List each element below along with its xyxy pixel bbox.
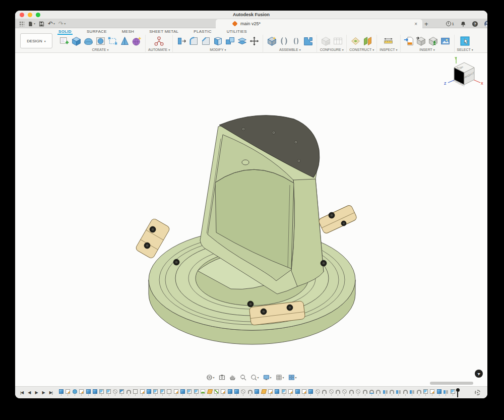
timeline-feature-fillet[interactable] bbox=[106, 389, 111, 396]
combine-icon[interactable] bbox=[224, 35, 236, 47]
timeline-feature-joint[interactable] bbox=[390, 389, 394, 396]
fillet-icon[interactable] bbox=[187, 35, 200, 47]
insert-mcmaster-icon[interactable] bbox=[427, 35, 439, 47]
timeline-feature-fillet[interactable] bbox=[160, 389, 165, 396]
playback-play[interactable]: ▶ bbox=[35, 390, 37, 395]
timeline-feature-sketch[interactable] bbox=[66, 389, 70, 396]
ribbon-tab-solid[interactable]: SOLID bbox=[57, 28, 73, 35]
fit-icon[interactable]: ▾ bbox=[250, 374, 259, 381]
user-avatar[interactable] bbox=[484, 21, 487, 27]
timeline-feature-suppressed-feature[interactable] bbox=[356, 389, 360, 396]
timeline-feature-suppressed-feature[interactable] bbox=[113, 389, 117, 396]
timeline-feature-extrude[interactable] bbox=[437, 389, 442, 396]
insert-mesh-icon[interactable] bbox=[415, 35, 427, 47]
redo-icon[interactable]: ↷▾ bbox=[58, 20, 66, 28]
ribbon-tab-sheet-metal[interactable]: SHEET METAL bbox=[148, 28, 179, 35]
insert-svg-icon[interactable] bbox=[403, 35, 415, 47]
loft-icon[interactable] bbox=[118, 35, 131, 47]
timeline-feature-body[interactable] bbox=[133, 389, 138, 396]
job-status[interactable]: 1 bbox=[446, 21, 454, 26]
timeline-feature-joint[interactable] bbox=[127, 389, 131, 396]
group-label-select[interactable]: SELECT▾ bbox=[457, 48, 473, 51]
display-settings-icon[interactable]: ▾ bbox=[263, 374, 271, 381]
timeline-feature-fillet[interactable] bbox=[423, 389, 428, 396]
grid-snaps-icon[interactable]: ▾ bbox=[276, 374, 284, 381]
group-label-assemble[interactable]: ASSEMBLE▾ bbox=[279, 48, 301, 51]
as-built-joint-icon[interactable] bbox=[290, 35, 302, 47]
timeline-feature-joint[interactable] bbox=[417, 389, 421, 396]
timeline-feature-extrude[interactable] bbox=[308, 389, 313, 396]
chamfer-icon[interactable] bbox=[200, 35, 212, 47]
undo-icon[interactable]: ↶▾ bbox=[48, 20, 55, 28]
timeline-feature-joint[interactable] bbox=[248, 389, 253, 396]
timeline-feature-fillet[interactable] bbox=[187, 389, 192, 396]
timeline-feature-extrude[interactable] bbox=[59, 389, 64, 396]
ribbon-tab-plastic[interactable]: PLASTIC bbox=[193, 28, 212, 35]
group-label-create[interactable]: CREATE▾ bbox=[92, 48, 109, 51]
app-grid-icon[interactable] bbox=[19, 21, 24, 26]
press-pull-icon[interactable] bbox=[175, 35, 187, 47]
notifications-bell-icon[interactable] bbox=[461, 21, 466, 27]
timeline-feature-snapshot[interactable] bbox=[410, 389, 414, 396]
rigid-group-icon[interactable] bbox=[302, 35, 314, 47]
timeline-feature-sketch[interactable] bbox=[268, 389, 273, 396]
cad-model[interactable] bbox=[15, 53, 472, 386]
timeline-feature-suppressed-feature[interactable] bbox=[241, 389, 245, 396]
group-label-insert[interactable]: INSERT▾ bbox=[419, 48, 435, 51]
group-label-construct[interactable]: CONSTRUCT▾ bbox=[349, 48, 374, 51]
timeline-feature-extrude[interactable] bbox=[275, 389, 279, 396]
timeline-feature-joint[interactable] bbox=[322, 389, 327, 396]
timeline-feature-sketch[interactable] bbox=[288, 389, 293, 396]
timeline-feature-joint[interactable] bbox=[376, 389, 381, 396]
timeline-feature-joint[interactable] bbox=[336, 389, 340, 396]
form-icon[interactable] bbox=[82, 35, 94, 47]
timeline-settings-gear-icon[interactable] bbox=[475, 390, 480, 395]
timeline-feature-extrude[interactable] bbox=[180, 389, 185, 396]
view-cube[interactable]: Y X Z TOP FRONT RIGHT bbox=[443, 55, 485, 99]
timeline-feature-extrude[interactable] bbox=[147, 389, 151, 396]
timeline-feature-joint[interactable] bbox=[363, 389, 367, 396]
viewport-canvas[interactable]: Y X Z TOP FRONT RIGHT ▾ bbox=[15, 53, 487, 386]
derive-icon[interactable] bbox=[106, 35, 118, 47]
automate-script-icon[interactable] bbox=[153, 35, 165, 47]
timeline-feature-sketch[interactable] bbox=[302, 389, 306, 396]
timeline-feature-extrude[interactable] bbox=[86, 389, 91, 396]
timeline-feature-fillet[interactable] bbox=[153, 389, 158, 396]
timeline-feature-sketch[interactable] bbox=[430, 389, 434, 396]
group-label-automate[interactable]: AUTOMATE▾ bbox=[148, 48, 170, 51]
joint-icon[interactable] bbox=[278, 35, 290, 47]
extensions-icon[interactable] bbox=[435, 22, 439, 26]
ribbon-tab-surface[interactable]: SURFACE bbox=[86, 28, 108, 35]
timeline-feature-revolve[interactable] bbox=[201, 389, 205, 396]
timeline-feature-snapshot[interactable] bbox=[396, 389, 401, 396]
timeline-feature-fillet[interactable] bbox=[99, 389, 104, 396]
timeline-feature-extrude[interactable] bbox=[295, 389, 300, 396]
create-sketch-icon[interactable] bbox=[58, 35, 70, 47]
viewports-icon[interactable]: ▾ bbox=[288, 374, 297, 381]
timeline-feature-snapshot[interactable] bbox=[444, 389, 448, 396]
timeline-feature-construction-plane[interactable] bbox=[262, 389, 266, 396]
timeline-feature-form[interactable] bbox=[73, 389, 77, 396]
playback-step-forward[interactable]: ▶ bbox=[42, 390, 45, 395]
select-icon[interactable] bbox=[459, 35, 471, 47]
timeline-feature-extrude[interactable] bbox=[93, 389, 97, 396]
timeline-feature-snapshot[interactable] bbox=[383, 389, 388, 396]
playback-step-back[interactable]: ◀ bbox=[28, 390, 30, 395]
file-menu-icon[interactable]: ▾ bbox=[28, 20, 35, 28]
timeline-feature-suppressed-feature[interactable] bbox=[316, 389, 320, 396]
ribbon-tab-mesh[interactable]: MESH bbox=[121, 28, 135, 35]
timeline-feature-suppressed-feature[interactable] bbox=[342, 389, 347, 396]
timeline-feature-joint[interactable] bbox=[403, 389, 408, 396]
look-at-icon[interactable] bbox=[218, 374, 225, 381]
split-body-icon[interactable] bbox=[236, 35, 248, 47]
timeline-feature-construction-plane[interactable] bbox=[208, 389, 212, 396]
offset-plane-icon[interactable] bbox=[362, 35, 374, 47]
pan-icon[interactable] bbox=[229, 374, 235, 381]
playback-go-to-end[interactable]: ▶| bbox=[49, 390, 52, 395]
shell-icon[interactable] bbox=[212, 35, 224, 47]
construction-plane-icon[interactable] bbox=[350, 35, 362, 47]
new-tab-icon[interactable]: + bbox=[424, 20, 428, 28]
extrude-icon[interactable] bbox=[70, 35, 82, 47]
playback-go-to-start[interactable]: |◀ bbox=[20, 390, 23, 395]
new-component-icon[interactable] bbox=[266, 35, 278, 47]
